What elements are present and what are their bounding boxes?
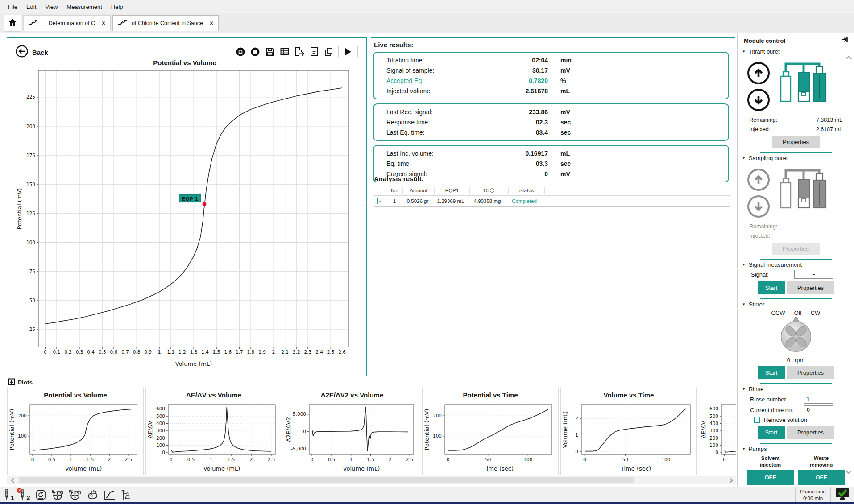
plot-card-volume-vs-time[interactable]: Volume vs Time 050100012Time (sec)Volume…	[560, 388, 697, 475]
tab-chloride-content[interactable]: of Chloride Content in Sauce ✕	[112, 15, 219, 31]
stirrer-properties-button[interactable]: Properties	[787, 366, 834, 379]
waste-removing-toggle[interactable]: OFF	[798, 470, 845, 485]
stop-circle-filled-icon[interactable]	[250, 46, 261, 57]
scroll-right-icon[interactable]	[725, 476, 736, 484]
section-collapse-icon[interactable]: ▼	[742, 387, 746, 391]
column-amount[interactable]: Amount	[403, 187, 435, 194]
signal-start-button[interactable]: Start	[758, 281, 785, 294]
scroll-up-icon[interactable]	[845, 54, 852, 62]
buret-1-status-icon[interactable]: 1	[4, 489, 14, 501]
column-eqp1[interactable]: EQP1	[435, 187, 470, 194]
signal-properties-button[interactable]: Properties	[787, 281, 834, 294]
section-collapse-icon[interactable]: ▼	[742, 263, 746, 267]
plot-card-dedv-vs-volume[interactable]: ΔE/ΔV vs Volume 00.511.522.5010020030040…	[145, 388, 282, 475]
sampling-fill-up-button[interactable]	[747, 169, 770, 191]
back-button[interactable]: Back	[15, 45, 48, 60]
rinse-start-button[interactable]: Start	[758, 426, 785, 439]
svg-text:2.1: 2.1	[281, 349, 289, 355]
plot-card-d2edv2-vs-volume[interactable]: Δ2E/ΔV2 vs Volume 00.511.522.5-5,00005,0…	[284, 388, 420, 475]
system-ok-button[interactable]	[831, 487, 854, 503]
live-value: 03.3	[485, 160, 548, 167]
main-chart[interactable]: 00.10.20.30.40.50.60.70.80.911.11.21.31.…	[15, 67, 354, 368]
injected-value: -	[841, 233, 842, 239]
collapse-panel-icon[interactable]	[841, 37, 849, 45]
sampling-dispense-down-button[interactable]	[747, 195, 770, 218]
rinse-hand-icon[interactable]	[86, 489, 99, 500]
table-row[interactable]: ✓ 1 0.5026 gr 1.39369 mL 4.90358 mg Comp…	[374, 196, 730, 206]
stirrer-knob[interactable]	[775, 316, 817, 356]
sampling-properties-button[interactable]: Properties	[772, 243, 820, 255]
stop-circle-icon[interactable]	[235, 46, 246, 57]
info-circle-icon	[490, 188, 494, 193]
titration-stand-icon[interactable]	[120, 489, 131, 501]
buret-1-number: 1	[11, 494, 14, 501]
plot-card-dedv-clipped[interactable]: ΔE/ΔV vs Volume 00.511.522.5010020030040…	[699, 388, 736, 475]
rinse-properties-button[interactable]: Properties	[787, 426, 834, 439]
menu-help[interactable]: Help	[107, 4, 128, 10]
stirrer-start-button[interactable]: Start	[758, 366, 785, 379]
menu-edit[interactable]: Edit	[22, 4, 41, 10]
menu-file[interactable]: File	[4, 4, 22, 10]
stirrer-cw-label[interactable]: CW	[811, 310, 821, 316]
solvent-pump-icon[interactable]: S	[51, 489, 64, 500]
menu-measurement[interactable]: Measurement	[62, 4, 106, 10]
live-label-accepted-eq: Accepted Eq:	[374, 77, 485, 84]
table-icon[interactable]	[279, 46, 290, 57]
remove-solution-checkbox[interactable]	[754, 417, 760, 423]
section-collapse-icon[interactable]: ▼	[742, 302, 746, 306]
svg-text:1: 1	[210, 457, 213, 462]
current-rinse-input[interactable]	[804, 405, 833, 414]
save-icon[interactable]	[265, 46, 275, 57]
rinse-header[interactable]: ▼ Rinse	[738, 384, 854, 393]
plot-card-potential-vs-volume[interactable]: Potential vs Volume 00.511.522.5100200Vo…	[7, 388, 144, 475]
signal-measurement-header[interactable]: ▼ Signal measurement	[738, 260, 854, 269]
section-collapse-icon[interactable]: ▼	[742, 50, 746, 54]
pumps-header[interactable]: ▼ Pumps	[738, 444, 854, 453]
chart-toolbar	[235, 46, 358, 57]
play-icon[interactable]	[343, 46, 353, 57]
stirrer-off-label[interactable]: Off	[794, 310, 802, 316]
section-collapse-icon[interactable]: ▼	[742, 447, 746, 451]
copy-page-icon[interactable]	[323, 46, 334, 57]
injected-label: Injected:	[749, 233, 770, 239]
tab-close-icon[interactable]: ✕	[101, 20, 106, 26]
svg-text:1.4: 1.4	[201, 349, 209, 355]
tab-close-icon[interactable]: ✕	[209, 20, 214, 26]
svg-text:0.5: 0.5	[48, 457, 56, 462]
stirrer-header[interactable]: ▼ Stirrer	[738, 299, 854, 309]
collapse-plots-icon[interactable]	[8, 378, 15, 387]
signal-value-field[interactable]	[794, 270, 833, 279]
svg-text:1: 1	[70, 457, 73, 462]
scroll-left-icon[interactable]	[7, 476, 18, 484]
stirrer-ccw-label[interactable]: CCW	[771, 310, 785, 316]
sampling-buret-header[interactable]: ▼ Sampling buret	[738, 153, 854, 162]
export-report-icon[interactable]	[294, 46, 305, 57]
column-no[interactable]: No.	[387, 187, 403, 194]
cell-eqp1: 1.39369 mL	[433, 198, 468, 204]
plots-horizontal-scrollbar[interactable]	[7, 476, 736, 484]
titrant-fill-up-button[interactable]	[747, 62, 770, 84]
rinse-number-input[interactable]	[804, 395, 833, 404]
stirrer-beaker-icon[interactable]	[35, 489, 46, 500]
titrant-dispense-down-button[interactable]	[747, 89, 770, 111]
panel-splitter-handle[interactable]	[366, 202, 367, 208]
column-cl[interactable]: Cl	[470, 187, 509, 194]
plot-card-potential-vs-time[interactable]: Potential vs Time 050100100200Time (sec)…	[422, 388, 559, 475]
titrant-buret-header[interactable]: ▼ Titrant buret	[738, 46, 854, 56]
waste-pump-icon[interactable]: W	[69, 489, 81, 500]
row-checkbox-checked[interactable]: ✓	[377, 198, 384, 204]
column-status[interactable]: Status	[509, 187, 545, 194]
pause-time-label: Pause time	[800, 488, 826, 495]
solvent-injection-toggle[interactable]: OFF	[747, 470, 794, 485]
report-document-icon[interactable]	[309, 46, 319, 57]
plots-section-header[interactable]: Plots	[8, 378, 33, 387]
menu-view[interactable]: View	[41, 4, 62, 10]
titration-curve-icon[interactable]	[104, 490, 116, 500]
titrant-properties-button[interactable]: Properties	[772, 136, 820, 148]
section-collapse-icon[interactable]: ▼	[742, 156, 746, 160]
home-button[interactable]	[4, 15, 21, 32]
tab-determination[interactable]: Determination of C ✕	[23, 15, 111, 31]
scrollbar-thumb[interactable]	[19, 477, 634, 483]
buret-2-status-icon[interactable]: ✕ 2	[19, 489, 30, 501]
scroll-down-icon[interactable]	[845, 468, 852, 475]
